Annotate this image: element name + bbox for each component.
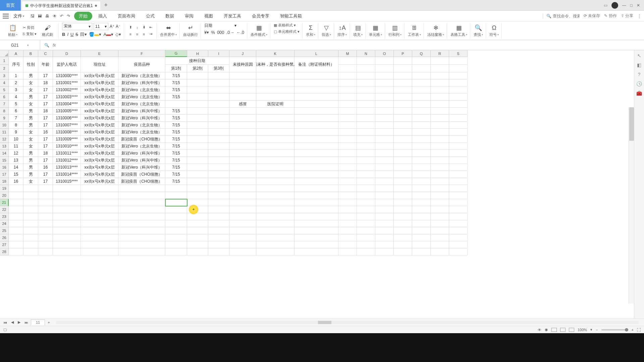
row-header-26[interactable]: 26 [0,234,9,241]
eye-icon[interactable]: 👁 [538,328,541,332]
percent-button[interactable]: % [211,30,215,35]
cell-B[interactable]: 男 [23,108,38,115]
cell-I[interactable] [208,122,229,129]
cell-R[interactable] [431,94,449,101]
cell-K[interactable] [256,227,294,234]
cell-S[interactable] [449,199,468,206]
cell-S[interactable] [449,150,468,157]
col-header-A[interactable]: A [9,50,23,57]
cell-B[interactable]: 男 [23,157,38,164]
cell-N[interactable] [357,57,375,65]
cell-R[interactable] [431,227,449,234]
cell-S[interactable] [449,164,468,171]
row-header-24[interactable]: 24 [0,220,9,227]
cell-K[interactable] [256,241,294,248]
cell-K[interactable] [256,72,294,79]
cell-Q[interactable] [412,248,431,255]
cell-E[interactable] [81,220,118,227]
cell-J[interactable] [229,178,256,185]
cell-C[interactable]: 17 [38,178,53,185]
cell-E[interactable]: xx街x号x单元x层 [81,129,118,136]
col-header-B[interactable]: B [23,50,38,57]
italic-button[interactable]: I [67,32,68,37]
cell-F[interactable] [118,248,165,255]
cell-H[interactable] [187,157,208,164]
cell-O[interactable] [375,234,394,241]
cell-B[interactable]: 男 [23,150,38,157]
cell-N[interactable] [357,157,375,164]
cell-M[interactable] [338,178,357,185]
cell-I[interactable] [208,199,229,206]
cell-A[interactable] [9,241,23,248]
row-header-22[interactable]: 22 [0,206,9,213]
cell-P[interactable] [394,101,412,108]
cell-P[interactable] [394,94,412,101]
cell-M[interactable] [338,220,357,227]
cell-N[interactable] [357,101,375,108]
cell-K[interactable] [256,192,294,199]
indent-inc[interactable]: ⇥ [148,31,154,37]
cell-P[interactable] [394,72,412,79]
cell-H[interactable] [187,136,208,143]
cell-P[interactable] [394,129,412,136]
align-mid[interactable]: ↕ [134,24,140,31]
cell-M[interactable] [338,72,357,79]
cell-F[interactable]: 新冠Vero（科兴中维） [118,164,165,171]
cell-M[interactable] [338,143,357,150]
cell-D[interactable] [53,199,81,206]
formula-input[interactable] [60,40,644,50]
align-top[interactable]: ⬆ [127,24,133,31]
cell-R[interactable] [431,234,449,241]
cell-L[interactable] [294,164,338,171]
cell-S[interactable] [449,185,468,192]
cell-I[interactable] [208,185,229,192]
maximize-icon[interactable]: □ [630,3,633,8]
cell-R[interactable] [431,206,449,213]
cell-F[interactable]: 新冠Vero（科兴中维） [118,115,165,122]
cell-P[interactable] [394,136,412,143]
cell-N[interactable] [357,234,375,241]
cell-D[interactable]: 1310013**** [53,164,81,171]
cell-R[interactable] [431,86,449,94]
sidebar-time-icon[interactable]: 🕓 [636,81,642,86]
cell-N[interactable] [357,220,375,227]
cell-I[interactable] [208,150,229,157]
col-header-Q[interactable]: Q [412,50,431,57]
row-header-28[interactable]: 28 [0,248,9,255]
cell-C[interactable]: 18 [38,150,53,157]
cell-C[interactable]: 18 [38,108,53,115]
name-box[interactable]: G21▾ [0,40,40,50]
cell-Q[interactable] [412,115,431,122]
sheet-tab-active[interactable]: 11 [31,319,45,325]
cell-I[interactable] [208,157,229,164]
cell-F[interactable] [118,220,165,227]
cell-Q[interactable] [412,227,431,234]
cell-B[interactable] [23,199,38,206]
cell-K[interactable] [256,164,294,171]
zoom-out[interactable]: − [596,328,598,332]
cell-O[interactable] [375,57,394,65]
close-icon[interactable]: ✕ [637,3,640,8]
cell-B[interactable]: 女 [23,79,38,86]
cell-B[interactable]: 男 [23,164,38,171]
cell-J[interactable] [229,86,256,94]
cell-F[interactable]: 新冠疫苗（CHO细胞） [118,136,165,143]
cell-L[interactable] [294,86,338,94]
cell-H[interactable] [187,164,208,171]
cell-Q[interactable] [412,157,431,164]
cell-A[interactable]: 9 [9,129,23,136]
cell-O[interactable] [375,185,394,192]
tab-insert[interactable]: 插入 [94,12,112,20]
cell-A[interactable] [9,234,23,241]
cell-A[interactable]: 14 [9,164,23,171]
cell-B[interactable]: 女 [23,136,38,143]
cell-K[interactable] [256,234,294,241]
sum-button[interactable]: 求和▾ [306,32,315,37]
cell-P[interactable] [394,199,412,206]
cell-A[interactable]: 16 [9,178,23,185]
cell-R[interactable] [431,157,449,164]
cell-L[interactable] [294,248,338,255]
cell-R[interactable] [431,241,449,248]
tab-view[interactable]: 视图 [200,12,218,20]
cell-J[interactable] [229,129,256,136]
